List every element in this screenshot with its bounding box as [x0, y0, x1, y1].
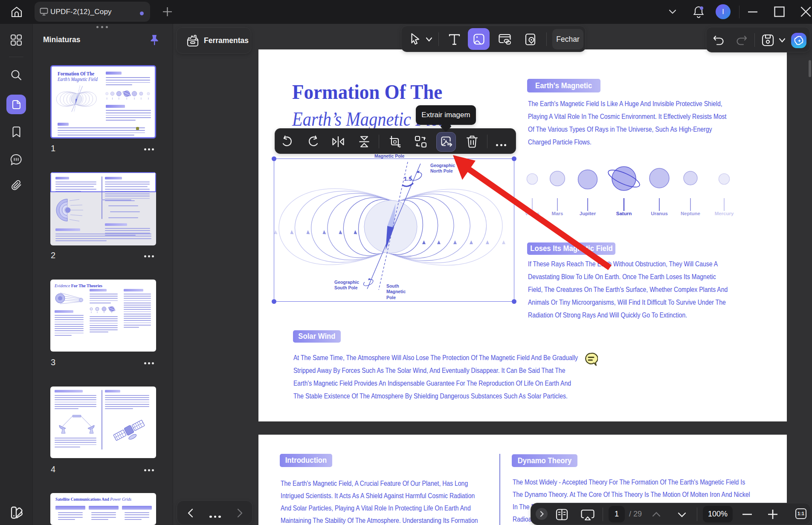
svg-text:Saturn: Saturn	[616, 211, 632, 216]
svg-text:Uranus: Uranus	[651, 211, 668, 216]
svg-text:Neptune: Neptune	[681, 211, 700, 216]
svg-text:Mercury: Mercury	[715, 211, 734, 216]
